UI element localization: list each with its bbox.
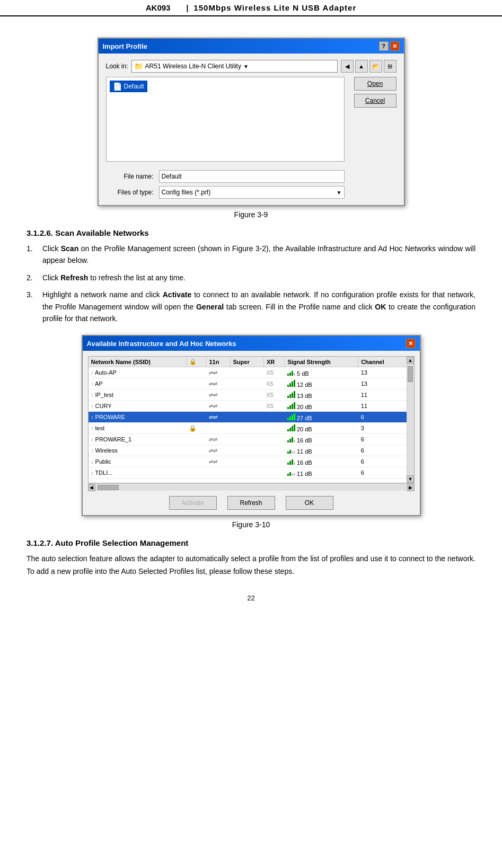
general-bold: General xyxy=(196,303,224,311)
back-button[interactable]: ◀ xyxy=(341,60,354,73)
ok-bold: OK xyxy=(375,303,386,311)
network-row-wireless[interactable]: ↕ Wireless ⇌⇌ xyxy=(89,445,414,456)
filetype-label: Files of type: xyxy=(106,189,154,196)
net-name: ↕ Public xyxy=(89,456,187,467)
col-lock: 🔒 xyxy=(186,357,206,367)
net-name: ↕ AP xyxy=(89,378,187,389)
net-name: ↕ PROWARE_1 xyxy=(89,434,187,445)
filetype-select[interactable]: Config files (*.prf) ▼ xyxy=(159,186,345,199)
section-312-7-paragraph: The auto selection feature allows the ad… xyxy=(27,553,475,578)
folder-icon: 📁 xyxy=(134,62,143,70)
net-lock xyxy=(186,367,206,378)
network-row-tdli[interactable]: ↕ TDLI... xyxy=(89,467,414,479)
file-item-default[interactable]: 📄 Default xyxy=(110,81,147,92)
network-row-proware[interactable]: ↕ PROWARE ⇌⇌ xyxy=(89,412,414,423)
scroll-down[interactable]: ▼ xyxy=(407,475,414,483)
filetype-arrow: ▼ xyxy=(337,190,342,196)
net-name: ↕ CURY xyxy=(89,401,187,412)
network-row-test[interactable]: ↕ test 🔒 xyxy=(89,423,414,434)
section-312-6-list: 1. Click Scan on the Profile Management … xyxy=(27,243,475,324)
col-ssid: Network Name (SSID) xyxy=(89,357,187,367)
hscroll-thumb[interactable] xyxy=(98,485,119,490)
available-networks-dialog: Available Infrastructure and Ad Hoc Netw… xyxy=(82,335,421,516)
net-name: ↕ PROWARE xyxy=(89,412,187,423)
net-xr: XS xyxy=(263,367,285,378)
hscroll-left[interactable]: ◀ xyxy=(88,484,95,491)
page-header: AK093 | 150Mbps Wireless Lite N USB Adap… xyxy=(0,0,502,16)
header-model: AK093 xyxy=(146,3,171,12)
bottom-fields: File name: Files of type: Config files (… xyxy=(106,170,345,199)
net-name: ↕ IP_test xyxy=(89,389,187,401)
filetype-row: Files of type: Config files (*.prf) ▼ xyxy=(106,186,345,199)
view-button[interactable]: ⊞ xyxy=(384,60,397,73)
close-button[interactable]: ✕ xyxy=(390,41,400,51)
network-row-ip-test[interactable]: ↕ IP_test ⇌⇌ XS xyxy=(89,389,414,401)
list-item-3: 3. Highlight a network name and click Ac… xyxy=(27,289,475,324)
filename-label: File name: xyxy=(106,173,154,180)
figure-9-container: Import Profile ? ✕ Look in: 📁 AR51 Wirel… xyxy=(27,38,475,219)
activate-bold: Activate xyxy=(163,290,191,299)
scroll-thumb[interactable] xyxy=(408,366,413,382)
col-11n: 11n xyxy=(206,357,230,367)
net-channel: 13 xyxy=(358,367,413,378)
filetype-value: Config files (*.prf) xyxy=(162,189,211,196)
scroll-up[interactable]: ▲ xyxy=(407,357,414,364)
network-row-auto-ap[interactable]: ↕ Auto-AP ⇌⇌ XS xyxy=(89,367,414,378)
lookin-dropdown[interactable]: 📁 AR51 Wireless Lite-N Client Utility ▼ xyxy=(131,60,338,73)
networks-dialog-title: Available Infrastructure and Ad Hoc Netw… xyxy=(87,340,236,348)
file-item-label: Default xyxy=(124,83,144,90)
folder-button[interactable]: 📂 xyxy=(369,60,382,73)
dialog-side-buttons: Open Cancel xyxy=(354,77,397,199)
section-312-7-heading: 3.1.2.7. Auto Profile Selection Manageme… xyxy=(27,538,475,547)
filename-input[interactable] xyxy=(159,170,345,183)
cancel-button[interactable]: Cancel xyxy=(354,94,397,108)
filename-row: File name: xyxy=(106,170,345,183)
network-row-proware1[interactable]: ↕ PROWARE_1 ⇌⇌ xyxy=(89,434,414,445)
import-dialog-titlebar: Import Profile ? ✕ xyxy=(99,39,404,54)
col-channel: Channel xyxy=(358,357,413,367)
net-name: ↕ TDLI... xyxy=(89,467,187,479)
networks-close-button[interactable]: ✕ xyxy=(406,339,416,348)
network-row-ap[interactable]: ↕ AP ⇌⇌ XS xyxy=(89,378,414,389)
refresh-button[interactable]: Refresh xyxy=(227,496,275,510)
col-xr: XR xyxy=(263,357,285,367)
col-signal: Signal Strength xyxy=(285,357,358,367)
networks-dialog-body: Network Name (SSID) 🔒 11n Super XR Signa… xyxy=(83,351,420,515)
up-button[interactable]: ▲ xyxy=(355,60,368,73)
figure-10-caption: Figure 3-10 xyxy=(232,520,270,529)
list-item-1: 1. Click Scan on the Profile Management … xyxy=(27,243,475,267)
networks-table-container: Network Name (SSID) 🔒 11n Super XR Signa… xyxy=(88,356,415,483)
lookin-chevron: ▼ xyxy=(243,64,249,69)
network-row-cury[interactable]: ↕ CURY ⇌⇌ XS xyxy=(89,401,414,412)
import-dialog-title: Import Profile xyxy=(103,42,148,50)
help-button[interactable]: ? xyxy=(379,41,389,51)
networks-buttons-row: Activate Refresh OK xyxy=(88,496,415,510)
net-name: ↕ Auto-AP xyxy=(89,367,187,378)
file-icon: 📄 xyxy=(113,82,122,91)
scan-bold: Scan xyxy=(61,244,78,253)
networks-table: Network Name (SSID) 🔒 11n Super XR Signa… xyxy=(89,357,414,479)
net-name: ↕ Wireless xyxy=(89,445,187,456)
page-number: 22 xyxy=(27,594,475,602)
activate-button[interactable]: Activate xyxy=(169,496,217,510)
network-row-public[interactable]: ↕ Public ⇌⇌ xyxy=(89,456,414,467)
section-312-6-heading: 3.1.2.6. Scan Available Networks xyxy=(27,228,475,237)
refresh-bold: Refresh xyxy=(60,273,88,282)
net-name: ↕ test xyxy=(89,423,187,434)
import-dialog-title-buttons: ? ✕ xyxy=(379,41,400,51)
list-item-2: 2. Click Refresh to refresh the list at … xyxy=(27,272,475,284)
networks-table-header: Network Name (SSID) 🔒 11n Super XR Signa… xyxy=(89,357,414,367)
open-button[interactable]: Open xyxy=(354,77,397,91)
ok-button[interactable]: OK xyxy=(286,496,333,510)
vertical-scrollbar[interactable]: ▲ ▼ xyxy=(407,357,414,483)
lookin-label: Look in: xyxy=(106,63,128,70)
net-signal: 5 dB xyxy=(285,367,358,378)
figure-10-container: Available Infrastructure and Ad Hoc Netw… xyxy=(27,335,475,529)
col-super: Super xyxy=(230,357,263,367)
main-content: Import Profile ? ✕ Look in: 📁 AR51 Wirel… xyxy=(0,22,502,613)
figure-9-caption: Figure 3-9 xyxy=(234,210,268,219)
net-11n: ⇌⇌ xyxy=(206,367,230,378)
lookin-row: Look in: 📁 AR51 Wireless Lite-N Client U… xyxy=(106,60,397,73)
hscroll-right[interactable]: ▶ xyxy=(407,484,415,491)
horizontal-scrollbar[interactable]: ◀ ▶ xyxy=(88,483,415,491)
